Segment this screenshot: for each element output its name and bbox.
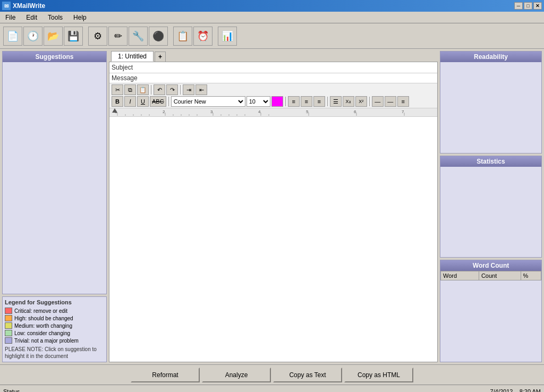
percent-col-header: % — [521, 271, 541, 280]
copy-button[interactable]: ⧉ — [124, 84, 136, 95]
chart-button[interactable]: 📊 — [218, 27, 237, 46]
stack-button[interactable]: ⚫ — [149, 27, 168, 46]
copy-text-label: Copy as Text — [289, 371, 326, 379]
align-center-button[interactable]: ≡ — [301, 96, 312, 107]
open-button[interactable]: 📂 — [44, 27, 63, 46]
message-label: Message — [112, 74, 138, 82]
reformat-label: Reformat — [152, 371, 178, 379]
settings-button[interactable]: ⚙ — [88, 27, 107, 46]
outdent-button[interactable]: ⇤ — [196, 84, 207, 95]
superscript-button[interactable]: X² — [355, 96, 367, 107]
edit-button[interactable]: ✏ — [108, 27, 128, 46]
statistics-panel: Statistics — [440, 156, 542, 258]
legend-trivial: Trivial: not a major problem — [5, 337, 104, 344]
line-btn2[interactable]: — — [385, 96, 396, 107]
sep1 — [151, 85, 151, 95]
timer-button[interactable]: ⏰ — [193, 27, 212, 46]
right-panel: Readability Statistics Word Count Word C… — [438, 49, 544, 364]
legend-label-critical: Critical: remove or edit — [14, 308, 67, 314]
svg-rect-0 — [109, 108, 437, 116]
suggestions-title: Suggestions — [35, 53, 73, 61]
ruler: 1 2 3 4 5 6 7 — [109, 108, 437, 117]
status-text: Status — [3, 388, 20, 393]
line-btn3[interactable]: ≡ — [397, 96, 409, 107]
suggestions-scroll[interactable] — [3, 62, 106, 294]
readability-panel: Readability — [440, 51, 542, 154]
svg-text:7: 7 — [402, 109, 404, 114]
size-select[interactable]: 10 8 12 14 16 — [246, 96, 270, 107]
app-title: XMailWrite — [13, 2, 45, 10]
message-row: Message — [109, 73, 437, 83]
strikethrough-button[interactable]: ABC — [150, 96, 166, 107]
bold-button[interactable]: B — [112, 96, 123, 107]
copy-text-button[interactable]: Copy as Text — [273, 368, 342, 382]
main-layout: Suggestions Legend for Suggestions Criti… — [0, 49, 544, 364]
menu-bar: File Edit Tools Help — [0, 12, 544, 23]
list-button[interactable]: ☰ — [330, 96, 342, 107]
italic-button[interactable]: I — [124, 96, 136, 107]
sep5 — [327, 97, 328, 106]
legend-note: PLEASE NOTE: Click on suggestion to high… — [5, 346, 104, 360]
tools-button[interactable]: 🔧 — [129, 27, 148, 46]
svg-text:2: 2 — [163, 109, 165, 114]
indent-button[interactable]: ⇥ — [183, 84, 194, 95]
legend-low: Low: consider changing — [5, 330, 104, 336]
menu-edit[interactable]: Edit — [23, 13, 40, 22]
menu-help[interactable]: Help — [70, 13, 90, 22]
reformat-button[interactable]: Reformat — [131, 368, 200, 382]
readability-body — [440, 62, 541, 153]
paste-button[interactable]: 📋 — [137, 84, 149, 95]
legend-label-medium: Medium: worth changing — [14, 323, 72, 329]
analyze-button[interactable]: Analyze — [202, 368, 271, 382]
legend-color-critical — [5, 308, 12, 314]
legend-label-high: High: should be changed — [14, 316, 73, 321]
wordcount-table: Word Count % — [440, 271, 541, 280]
clipboard-button[interactable]: 📋 — [173, 27, 192, 46]
wordcount-header: Word Count — [440, 260, 541, 271]
statistics-title: Statistics — [477, 158, 505, 165]
tab-add-button[interactable]: + — [155, 52, 166, 62]
cut-button[interactable]: ✂ — [112, 84, 123, 95]
legend-high: High: should be changed — [5, 315, 104, 321]
subject-input[interactable] — [141, 63, 435, 72]
legend-critical: Critical: remove or edit — [5, 308, 104, 314]
sep3 — [168, 97, 169, 106]
redo-button[interactable]: ↷ — [166, 84, 178, 95]
maximize-button[interactable]: □ — [524, 2, 532, 10]
subject-label: Subject — [112, 64, 141, 71]
close-button[interactable]: ✕ — [533, 2, 542, 10]
line-btn1[interactable]: — — [372, 96, 384, 107]
clock-button[interactable]: 🕐 — [23, 27, 42, 46]
align-right-button[interactable]: ≡ — [313, 96, 325, 107]
sep6 — [369, 97, 370, 106]
copy-html-label: Copy as HTML — [358, 371, 400, 379]
minimize-button[interactable]: ─ — [514, 2, 523, 10]
new-button[interactable]: 📄 — [3, 27, 22, 46]
message-text-area[interactable] — [109, 117, 437, 362]
copy-html-button[interactable]: Copy as HTML — [344, 368, 413, 382]
legend-label-trivial: Trivial: not a major problem — [14, 338, 79, 344]
svg-text:4: 4 — [258, 109, 261, 114]
save-button[interactable]: 💾 — [64, 27, 83, 46]
align-left-button[interactable]: ≡ — [288, 96, 300, 107]
status-time: 8:20 AM — [520, 388, 541, 393]
svg-text:5: 5 — [306, 109, 309, 114]
legend-color-medium — [5, 322, 12, 329]
subscript-button[interactable]: X₂ — [343, 96, 354, 107]
font-select[interactable]: Courier New Arial Times New Roman Verdan… — [171, 96, 245, 107]
sep4 — [285, 97, 286, 106]
word-col-header: Word — [441, 271, 479, 280]
legend-title: Legend for Suggestions — [5, 299, 104, 305]
color-button[interactable] — [271, 96, 283, 107]
format-toolbar: ✂ ⧉ 📋 ↶ ↷ ⇥ ⇤ B I U ABC — [109, 83, 437, 108]
tab-untitled[interactable]: 1: Untitled — [111, 51, 154, 62]
left-panel: Suggestions Legend for Suggestions Criti… — [0, 49, 109, 364]
suggestions-panel: Suggestions — [2, 51, 107, 294]
menu-tools[interactable]: Tools — [45, 13, 66, 22]
underline-button[interactable]: U — [137, 96, 149, 107]
center-panel: 1: Untitled + Subject Message ✂ ⧉ 📋 — [109, 51, 438, 362]
analyze-label: Analyze — [225, 371, 248, 379]
menu-file[interactable]: File — [2, 13, 19, 22]
count-col-header: Count — [479, 271, 521, 280]
undo-button[interactable]: ↶ — [154, 84, 165, 95]
